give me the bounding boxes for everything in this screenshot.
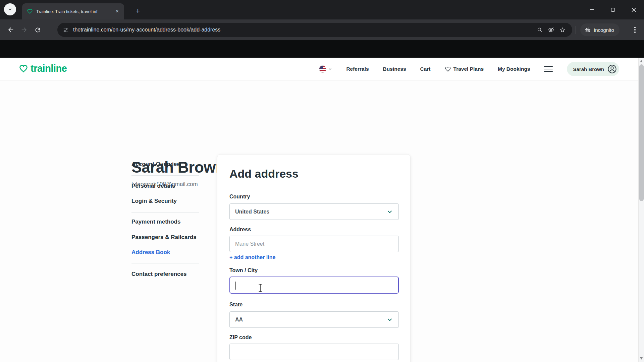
tab-title: Trainline: Train tickets, travel inf xyxy=(36,9,114,14)
url-bar[interactable]: thetrainline.com/en-us/my-account/addres… xyxy=(57,23,572,37)
incognito-label: Incognito xyxy=(594,27,614,33)
us-flag-icon xyxy=(319,65,326,73)
address-input[interactable] xyxy=(229,236,399,252)
zip-code-input[interactable] xyxy=(229,344,399,360)
sidebar-item-contact-preferences[interactable]: Contact preferences xyxy=(131,271,200,278)
back-arrow-icon xyxy=(7,26,14,34)
close-icon xyxy=(632,8,636,12)
page-content: trainline Referrals Business Cart Travel… xyxy=(0,58,644,362)
trainline-logo-icon xyxy=(19,64,28,73)
minimize-icon xyxy=(590,9,594,10)
forward-button[interactable] xyxy=(17,23,31,37)
browser-menu-button[interactable] xyxy=(630,25,640,35)
sidebar-item-address-book[interactable]: Address Book xyxy=(131,249,200,256)
url-text[interactable]: thetrainline.com/en-us/my-account/addres… xyxy=(73,27,534,33)
user-name: Sarah Brown xyxy=(573,66,604,72)
country-select[interactable]: United States xyxy=(229,203,399,220)
menu-dot xyxy=(634,27,636,28)
nav-my-bookings[interactable]: My Bookings xyxy=(498,66,530,72)
maximize-icon xyxy=(611,8,615,12)
address-label: Address xyxy=(229,226,398,233)
zip-code-label: ZIP code xyxy=(229,334,398,341)
preview-hidden-button[interactable] xyxy=(545,24,557,36)
add-address-card: Add address Country United States Addres… xyxy=(217,154,411,362)
heart-icon xyxy=(445,66,451,72)
bookmark-button[interactable] xyxy=(557,24,568,36)
scroll-down-arrow-icon[interactable] xyxy=(640,357,643,360)
new-tab-button[interactable]: + xyxy=(132,5,144,17)
nav-cart[interactable]: Cart xyxy=(420,66,431,72)
country-value: United States xyxy=(235,209,269,215)
state-select[interactable]: AA xyxy=(229,311,399,328)
scrollbar-thumb[interactable] xyxy=(639,64,644,201)
chevron-down-icon xyxy=(386,208,393,215)
reload-button[interactable] xyxy=(31,23,44,37)
sidebar-divider xyxy=(131,263,199,263)
incognito-badge: Incognito xyxy=(580,23,620,36)
nav-travel-plans[interactable]: Travel Plans xyxy=(445,66,484,72)
toolbar-separator xyxy=(576,26,576,34)
tab-close-icon[interactable]: × xyxy=(114,8,121,15)
site-header: trainline Referrals Business Cart Travel… xyxy=(0,58,644,80)
letterbox-band xyxy=(0,40,644,58)
browser-titlebar: Trainline: Train tickets, travel inf × + xyxy=(0,0,644,19)
site-nav: Referrals Business Cart Travel Plans My … xyxy=(319,62,619,76)
trainline-favicon-icon xyxy=(27,8,33,14)
sidebar-divider xyxy=(131,212,199,213)
form-title: Add address xyxy=(229,167,398,180)
brand-name: trainline xyxy=(31,63,67,74)
reload-icon xyxy=(34,26,41,34)
avatar-icon xyxy=(607,64,617,74)
sidebar-item-passengers-railcards[interactable]: Passengers & Railcards xyxy=(131,234,200,241)
state-label: State xyxy=(229,301,398,308)
sidebar-item-login-security[interactable]: Login & Security xyxy=(131,198,200,204)
sidebar-divider xyxy=(131,175,199,176)
nav-business[interactable]: Business xyxy=(383,66,406,72)
zoom-button[interactable] xyxy=(534,24,545,36)
forward-arrow-icon xyxy=(20,26,28,34)
menu-hamburger-button[interactable] xyxy=(544,66,553,72)
hamburger-bar xyxy=(544,71,553,72)
language-selector[interactable] xyxy=(319,65,332,73)
star-icon xyxy=(559,26,566,33)
hamburger-bar xyxy=(544,69,553,70)
menu-dot xyxy=(634,29,636,31)
window-controls xyxy=(582,0,644,19)
hamburger-bar xyxy=(544,66,553,67)
nav-referrals[interactable]: Referrals xyxy=(346,66,369,72)
town-city-input[interactable] xyxy=(229,277,399,294)
add-another-line-link[interactable]: + add another line xyxy=(229,254,275,260)
window-minimize-button[interactable] xyxy=(582,0,602,19)
trainline-logo[interactable]: trainline xyxy=(19,63,67,74)
user-account-button[interactable]: Sarah Brown xyxy=(567,62,619,76)
chevron-down-icon xyxy=(8,7,12,12)
country-label: Country xyxy=(229,193,398,200)
menu-dot xyxy=(634,32,636,33)
browser-tab[interactable]: Trainline: Train tickets, travel inf × xyxy=(22,3,124,19)
text-caret xyxy=(235,282,236,290)
incognito-icon xyxy=(584,26,591,33)
sidebar-item-personal-details[interactable]: Personal details xyxy=(131,183,200,189)
back-button[interactable] xyxy=(4,23,17,37)
window-close-button[interactable] xyxy=(623,0,644,19)
chevron-down-icon xyxy=(386,316,393,323)
sidebar-item-payment-methods[interactable]: Payment methods xyxy=(131,219,200,225)
chevron-down-icon xyxy=(328,67,332,71)
window-maximize-button[interactable] xyxy=(602,0,623,19)
eye-off-icon xyxy=(548,26,554,33)
scroll-up-arrow-icon[interactable] xyxy=(640,60,643,62)
town-city-label: Town / City xyxy=(229,267,398,274)
site-settings-icon[interactable] xyxy=(63,27,69,33)
magnifier-icon xyxy=(537,27,543,33)
page-scrollbar[interactable] xyxy=(638,58,644,362)
state-value: AA xyxy=(235,317,243,323)
mouse-text-cursor-icon xyxy=(258,284,263,292)
nav-travel-plans-label: Travel Plans xyxy=(453,66,484,72)
sidebar-item-account-overview[interactable]: Account Overview xyxy=(131,161,200,168)
tab-search-button[interactable] xyxy=(4,3,16,15)
